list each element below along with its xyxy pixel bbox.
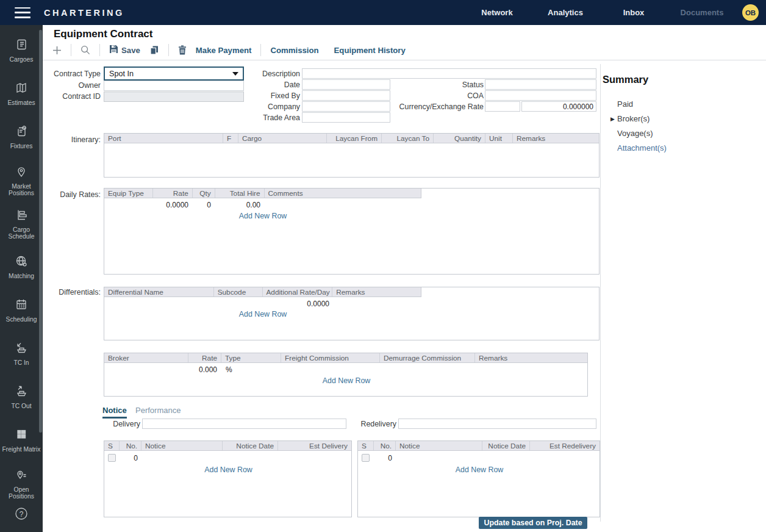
description-field[interactable] <box>302 68 596 79</box>
menu-icon[interactable] <box>15 7 30 18</box>
column-header: Demurrage Commission <box>380 353 475 362</box>
sidebar-item-label: Open Positions <box>2 486 41 500</box>
itinerary-table: Port F Cargo Laycan From Laycan To Quant… <box>104 133 600 178</box>
delivery-field[interactable] <box>142 419 346 429</box>
daily-total-hire-value[interactable]: 0.00 <box>215 201 260 209</box>
coa-field[interactable] <box>485 90 596 101</box>
column-header: Additional Rate/Day <box>263 287 333 297</box>
status-field[interactable] <box>485 79 596 90</box>
contract-id-label: Contract ID <box>43 92 101 101</box>
column-header: Qty <box>193 189 215 198</box>
tab-notice[interactable]: Notice <box>102 406 127 419</box>
daily-qty-value[interactable]: 0 <box>193 201 211 209</box>
brokers-table-header: Broker Rate Type Freight Commission Demu… <box>104 353 587 363</box>
daily-rates-add-new-row[interactable]: Add New Row <box>104 212 421 220</box>
sidebar-item-estimates[interactable]: Estimates <box>2 72 41 115</box>
summary-item-brokers[interactable]: Broker(s) <box>617 114 650 123</box>
column-header: Notice <box>141 441 223 450</box>
daily-rate-value[interactable]: 0.0000 <box>153 201 188 209</box>
pin-list-icon <box>15 468 28 484</box>
column-header: Est Delivery <box>278 441 351 450</box>
currency-field[interactable] <box>485 101 520 112</box>
column-header: S <box>358 441 374 450</box>
sidebar-item-label: TC Out <box>11 403 31 409</box>
sidebar-item-market-positions[interactable]: Market Positions <box>2 159 41 202</box>
summary-item-voyages[interactable]: Voyage(s) <box>617 129 653 138</box>
add-icon[interactable] <box>52 46 62 55</box>
brokers-add-new-row[interactable]: Add New Row <box>104 376 589 385</box>
owner-field[interactable] <box>104 81 244 91</box>
sidebar-item-label: Cargo Schedule <box>2 226 41 240</box>
column-header: Subcode <box>214 287 263 297</box>
column-header: Laycan From <box>327 134 382 143</box>
fixed-by-label: Fixed By <box>244 92 300 100</box>
summary-item-paid[interactable]: Paid <box>617 99 633 109</box>
row-select-checkbox[interactable] <box>362 454 370 462</box>
sidebar-item-matching[interactable]: Matching <box>2 245 41 289</box>
commission-button[interactable]: Commission <box>270 46 318 55</box>
sidebar-scrollbar[interactable] <box>39 30 42 433</box>
scroll-gear-icon <box>15 124 28 140</box>
sidebar-item-tc-out[interactable]: TC Out <box>2 375 41 419</box>
sidebar-item-freight-matrix[interactable]: Freight Matrix <box>2 419 41 462</box>
redelivery-field[interactable] <box>398 419 596 429</box>
sidebar-item-label: Market Positions <box>2 183 41 196</box>
tab-performance[interactable]: Performance <box>135 406 181 415</box>
fixed-by-field[interactable] <box>302 90 390 101</box>
broker-type-value[interactable]: % <box>226 365 250 374</box>
save-icon <box>109 45 118 56</box>
copy-icon[interactable] <box>149 45 159 55</box>
sidebar-item-label: Scheduling <box>6 316 37 323</box>
globe-gear-icon <box>15 254 28 270</box>
expand-arrow-icon[interactable]: ▶ <box>610 116 615 122</box>
sidebar-item-cargo-schedule[interactable]: Cargo Schedule <box>2 202 41 245</box>
itinerary-table-header: Port F Cargo Laycan From Laycan To Quant… <box>104 134 599 143</box>
search-icon[interactable] <box>81 45 90 55</box>
column-header: Port <box>104 134 223 143</box>
equipment-history-button[interactable]: Equipment History <box>334 46 406 55</box>
broker-rate-value[interactable]: 0.000 <box>188 365 217 374</box>
contract-type-select[interactable]: Spot In <box>104 66 244 81</box>
page-title: Equipment Contract <box>54 28 152 40</box>
svg-text:?: ? <box>20 510 24 519</box>
company-field[interactable] <box>302 101 390 112</box>
save-label: Save <box>121 46 140 55</box>
exchange-rate-field[interactable] <box>521 101 596 112</box>
column-header: Notice Date <box>223 441 278 450</box>
delivery-notice-add-new-row[interactable]: Add New Row <box>104 466 353 474</box>
date-field[interactable] <box>302 79 390 90</box>
column-header: F <box>223 134 238 143</box>
itinerary-label: Itinerary: <box>58 135 101 144</box>
sidebar-item-cargoes[interactable]: Cargoes <box>2 29 41 72</box>
column-header: Quantity <box>434 134 485 143</box>
nav-inbox[interactable]: Inbox <box>600 8 668 17</box>
save-button[interactable]: Save <box>109 45 140 56</box>
sidebar-item-label: TC In <box>13 359 29 366</box>
update-proj-date-button[interactable]: Update based on Proj. Date <box>479 517 587 529</box>
nav-analytics[interactable]: Analytics <box>531 8 600 17</box>
column-header: Rate <box>153 189 193 198</box>
column-header: Comments <box>265 189 421 198</box>
sidebar-item-scheduling[interactable]: Scheduling <box>2 289 41 332</box>
toolbar-divider <box>168 44 169 56</box>
differential-rate-value[interactable]: 0.0000 <box>263 300 329 308</box>
daily-rates-label: Daily Rates: <box>43 190 101 199</box>
redelivery-notice-add-new-row[interactable]: Add New Row <box>358 466 601 474</box>
column-header: Differential Name <box>104 287 214 297</box>
help-icon[interactable]: ? <box>14 506 29 523</box>
summary-title: Summary <box>603 74 648 85</box>
avatar[interactable]: OB <box>742 4 759 21</box>
trade-area-field[interactable] <box>302 112 390 123</box>
row-select-checkbox[interactable] <box>108 454 116 462</box>
sidebar-item-tc-in[interactable]: TC In <box>2 332 41 375</box>
map-icon <box>15 81 28 97</box>
delete-icon[interactable] <box>178 45 187 55</box>
trade-area-label: Trade Area <box>244 113 300 122</box>
sidebar-item-open-positions[interactable]: Open Positions <box>2 462 41 505</box>
nav-network[interactable]: Network <box>463 8 531 17</box>
summary-item-attachments[interactable]: Attachment(s) <box>617 143 667 153</box>
sidebar-item-fixtures[interactable]: Fixtures <box>2 115 41 159</box>
make-payment-button[interactable]: Make Payment <box>196 46 252 55</box>
column-header: S <box>104 441 120 450</box>
differentials-add-new-row[interactable]: Add New Row <box>104 310 421 318</box>
